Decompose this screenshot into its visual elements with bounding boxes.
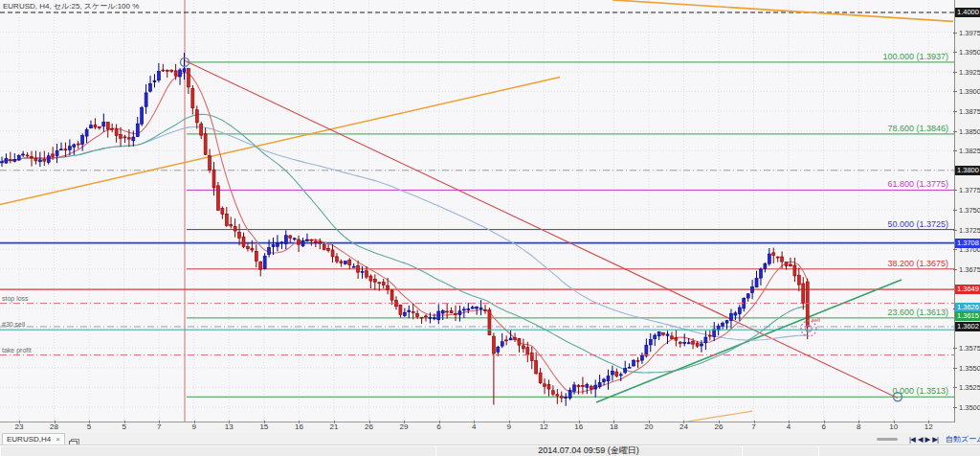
- candle-body: [649, 339, 652, 344]
- price-marker-box: 1.4000: [955, 8, 980, 17]
- candle-body: [365, 271, 368, 277]
- candle-body: [700, 344, 702, 346]
- chart-nav-controls: |◀◀▶▶|: [909, 433, 938, 445]
- ma-line-8: [2, 73, 808, 393]
- candle-body: [259, 262, 262, 270]
- candle-body: [106, 123, 109, 129]
- candlestick-chart: sell100.000 (1.3937)78.600 (1.3846)61.80…: [0, 0, 954, 422]
- fib-label: 38.200 (1.3675): [887, 259, 948, 268]
- candle-body: [327, 248, 330, 250]
- price-tick-mark: [953, 368, 957, 369]
- price-axis[interactable]: 1.39751.39501.39251.39001.38751.38501.38…: [955, 0, 980, 433]
- candle-body: [645, 345, 648, 355]
- price-tick-label: 1.3500: [959, 403, 980, 412]
- candle-body: [518, 338, 521, 345]
- time-tick-label: 23: [15, 422, 24, 431]
- price-tick-label: 1.3750: [959, 206, 980, 215]
- candle-body: [314, 241, 317, 242]
- chart-plot-area[interactable]: sell100.000 (1.3937)78.600 (1.3846)61.80…: [0, 0, 955, 422]
- candle-body: [272, 245, 275, 247]
- nav-button-end[interactable]: ▶|: [932, 435, 938, 444]
- candle-body: [369, 276, 372, 281]
- tab-close-icon[interactable]: ×: [56, 435, 60, 444]
- price-tick-label: 1.3900: [959, 87, 980, 96]
- candle-body: [776, 257, 779, 258]
- candle-body: [13, 159, 16, 161]
- candle-body: [387, 285, 390, 290]
- price-marker-box: 1.3615: [955, 311, 980, 321]
- candle-body: [242, 237, 245, 246]
- candle-body: [340, 262, 343, 263]
- candle-body: [759, 269, 762, 278]
- candle-body: [403, 312, 406, 315]
- candle-body: [455, 314, 457, 315]
- candle-body: [479, 308, 482, 309]
- status-section-right: [818, 445, 980, 456]
- candle-body: [687, 343, 690, 344]
- candle-body: [551, 391, 554, 395]
- candle-body: [64, 149, 67, 150]
- nav-button-start[interactable]: |◀: [909, 435, 915, 444]
- candle-body: [136, 124, 139, 136]
- time-axis[interactable]: 2328557913151621262964912161820242674681…: [0, 422, 954, 433]
- candle-body: [526, 348, 529, 355]
- status-bar: 2014.07.04 09:59 (金曜日): [0, 445, 980, 456]
- candle-body: [145, 93, 147, 106]
- tab-eurusd-h4[interactable]: EURUSD,H4 ×: [2, 433, 65, 445]
- candle-body: [590, 386, 592, 389]
- candle-body: [5, 158, 8, 163]
- nav-button-prev[interactable]: ◀: [918, 435, 923, 444]
- candle-body: [433, 318, 435, 319]
- time-tick-label: 26: [365, 422, 373, 431]
- trendline-orange-top[interactable]: [612, 0, 953, 21]
- trendline-orange-bottom[interactable]: [611, 411, 752, 422]
- candle-body: [162, 70, 165, 71]
- time-tick-label: 28: [50, 422, 58, 431]
- status-datetime: 2014.07.04 09:59 (金曜日): [435, 445, 743, 456]
- candle-body: [547, 385, 550, 390]
- candle-body: [280, 242, 283, 243]
- candle-body: [746, 294, 749, 298]
- time-tick-label: 7: [157, 422, 161, 431]
- price-tick-label: 1.3975: [959, 29, 980, 37]
- time-tick-label: 20: [644, 422, 653, 431]
- candle-body: [301, 241, 304, 246]
- candle-body: [191, 89, 194, 108]
- candle-body: [611, 371, 613, 375]
- candle-body: [683, 342, 686, 343]
- candle-body: [361, 271, 364, 272]
- candle-body: [305, 239, 308, 240]
- candle-body: [31, 157, 33, 158]
- candle-body: [123, 137, 126, 138]
- candle-body: [111, 128, 114, 129]
- candle-body: [22, 154, 25, 155]
- chart-tab-bar: EURUSD,H4 × |◀◀▶▶| 自動ズーム: [0, 433, 980, 445]
- time-tick-label: 9: [192, 422, 196, 431]
- candle-body: [68, 147, 71, 150]
- candle-body: [633, 360, 635, 366]
- autozoom-toggle[interactable]: 自動ズーム: [944, 433, 980, 445]
- candle-body: [209, 156, 212, 171]
- price-tick-label: 1.3925: [959, 68, 980, 77]
- candle-body: [352, 266, 355, 267]
- candle-body: [344, 262, 346, 264]
- price-tick-label: 1.3875: [959, 107, 980, 116]
- candle-body: [47, 156, 50, 163]
- horizontal-scrollbar[interactable]: [877, 438, 898, 441]
- candle-body: [234, 227, 236, 231]
- candle-body: [514, 337, 517, 339]
- candle-body: [594, 385, 597, 389]
- candle-body: [696, 343, 699, 346]
- sell-marker-label: sell: [812, 317, 820, 323]
- candle-body: [636, 360, 639, 361]
- candle-body: [670, 336, 673, 339]
- candle-body: [556, 395, 559, 396]
- candle-body: [666, 334, 669, 335]
- nav-button-next[interactable]: ▶: [925, 435, 930, 444]
- candle-body: [132, 137, 135, 141]
- candle-body: [399, 305, 402, 314]
- trade-line-label-sell-order: #30 sell: [2, 321, 25, 328]
- time-tick-label: 5: [87, 422, 91, 431]
- candle-body: [704, 337, 707, 343]
- time-tick-label: 7: [751, 422, 755, 431]
